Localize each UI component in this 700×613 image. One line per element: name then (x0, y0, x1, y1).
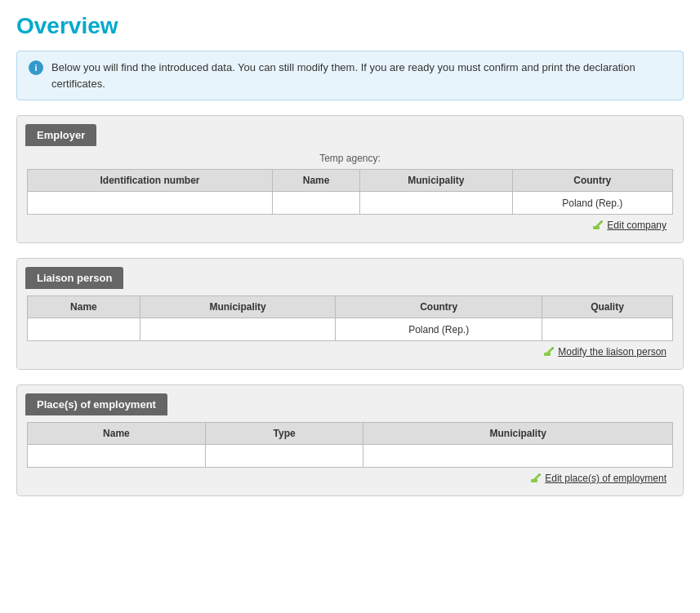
info-icon: i (29, 60, 43, 75)
employment-section: Place(s) of employment Name Type Municip… (16, 384, 684, 496)
employer-action-bar: Edit company (27, 215, 673, 233)
employment-section-body: Name Type Municipality (17, 415, 683, 495)
edit-employment-label: Edit place(s) of employment (545, 473, 667, 484)
liaison-cell-country: Poland (Rep.) (336, 318, 542, 341)
liaison-section-header: Liaison person (25, 267, 123, 289)
liaison-cell-municipality (140, 318, 336, 341)
liaison-section-body: Name Municipality Country Quality Poland… (17, 289, 683, 369)
employer-section-body: Temp agency: Identification number Name … (17, 146, 683, 242)
liaison-cell-quality (542, 318, 672, 341)
edit-company-label: Edit company (607, 220, 667, 231)
edit-company-link[interactable]: Edit company (592, 220, 667, 231)
employer-table: Identification number Name Municipality … (27, 169, 673, 215)
info-text: Below you will find the introduced data.… (51, 60, 671, 91)
employment-col-type: Type (205, 423, 363, 445)
liaison-action-bar: Modify the liaison person (27, 341, 673, 359)
employer-row: Poland (Rep.) (28, 192, 673, 215)
liaison-col-municipality: Municipality (140, 296, 336, 318)
temp-agency-label: Temp agency: (27, 153, 673, 164)
modify-liaison-label: Modify the liaison person (558, 346, 667, 358)
employer-col-name: Name (272, 170, 359, 192)
employer-cell-municipality (360, 192, 512, 215)
modify-liaison-icon (543, 346, 555, 358)
employment-action-bar: Edit place(s) of employment (27, 468, 673, 486)
employer-section-header: Employer (25, 124, 96, 146)
liaison-col-quality: Quality (542, 296, 672, 318)
employment-section-header: Place(s) of employment (25, 393, 167, 415)
liaison-col-country: Country (336, 296, 542, 318)
employment-row (28, 445, 673, 468)
liaison-col-name: Name (28, 296, 140, 318)
employment-cell-name (28, 445, 206, 468)
employment-col-name: Name (28, 423, 206, 445)
employer-col-id: Identification number (28, 170, 273, 192)
liaison-cell-name (28, 318, 140, 341)
liaison-table: Name Municipality Country Quality Poland… (27, 295, 673, 341)
edit-company-icon (592, 220, 604, 231)
edit-employment-icon (530, 473, 542, 484)
liaison-row: Poland (Rep.) (28, 318, 673, 341)
modify-liaison-link[interactable]: Modify the liaison person (543, 346, 667, 358)
employer-cell-country: Poland (Rep.) (512, 192, 673, 215)
employment-table: Name Type Municipality (27, 422, 673, 468)
info-box: i Below you will find the introduced dat… (16, 51, 684, 100)
employment-col-municipality: Municipality (363, 423, 673, 445)
liaison-section: Liaison person Name Municipality Country… (16, 258, 684, 370)
page-title: Overview (16, 13, 684, 39)
employer-section: Employer Temp agency: Identification num… (16, 115, 684, 243)
employment-cell-municipality (363, 445, 673, 468)
employment-cell-type (205, 445, 363, 468)
edit-employment-link[interactable]: Edit place(s) of employment (530, 473, 667, 484)
employer-col-country: Country (512, 170, 673, 192)
employer-cell-id (28, 192, 273, 215)
employer-cell-name (272, 192, 359, 215)
employer-col-municipality: Municipality (360, 170, 512, 192)
